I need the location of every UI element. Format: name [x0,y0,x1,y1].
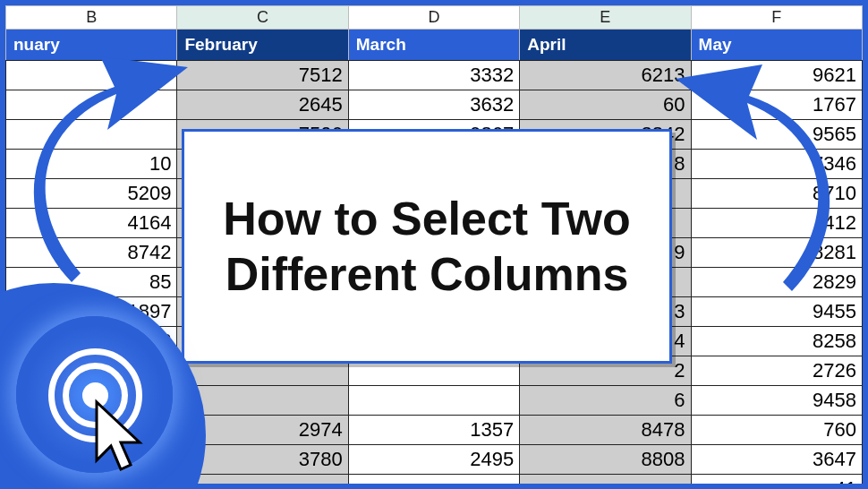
cell[interactable]: 7346 [691,150,862,179]
column-header-C[interactable]: C [177,6,348,30]
cell[interactable]: 412 [691,209,862,238]
cursor-icon [88,398,150,478]
cell[interactable] [348,475,519,485]
column-header-D[interactable]: D [348,6,519,30]
cell[interactable]: 2645 [177,90,348,120]
cell[interactable]: 2726 [691,356,862,386]
cell[interactable]: 3332 [348,61,519,90]
cell[interactable]: 6 [520,386,691,416]
month-header-row: nuaryFebruaryMarchAprilMay [6,30,863,61]
cell[interactable]: 8742 [6,238,177,268]
cell[interactable]: 8258 [691,327,862,356]
month-header[interactable]: February [177,30,348,61]
month-header[interactable]: May [691,30,862,61]
cell[interactable] [348,386,519,416]
cell[interactable]: 9565 [691,120,862,150]
table-row: 6807512333262139621 [6,61,863,90]
cell[interactable]: 9455 [691,297,862,327]
cell[interactable]: 2829 [691,268,862,297]
cell[interactable] [6,120,177,150]
cell[interactable]: 1357 [348,416,519,445]
cell[interactable]: 9621 [691,61,862,90]
cell[interactable]: 8710 [691,179,862,209]
month-header[interactable]: March [348,30,519,61]
cell[interactable]: 4164 [6,209,177,238]
cell[interactable]: 3632 [348,90,519,120]
month-header[interactable]: nuary [6,30,177,61]
cell[interactable]: 8281 [691,238,862,268]
cell[interactable]: 8808 [520,445,691,475]
cell[interactable]: 10 [6,150,177,179]
cell[interactable]: 41 [691,475,862,485]
column-header-E[interactable]: E [520,6,691,30]
column-header-row: BCDEF [6,6,863,30]
cell[interactable]: 5209 [6,179,177,209]
cell[interactable]: 8478 [520,416,691,445]
overlay-title-text: How to Select Two Different Columns [193,191,660,303]
month-header[interactable]: April [520,30,691,61]
table-row: 26453632601767 [6,90,863,120]
column-header-F[interactable]: F [691,6,862,30]
cell[interactable]: 760 [691,416,862,445]
cell[interactable]: 60 [520,90,691,120]
cell[interactable]: 6213 [520,61,691,90]
cell[interactable]: 680 [6,61,177,90]
cell[interactable]: 7512 [177,61,348,90]
cell[interactable]: 2495 [348,445,519,475]
overlay-title-card: How to Select Two Different Columns [182,129,672,364]
cell[interactable]: 1767 [691,90,862,120]
cell[interactable] [520,475,691,485]
column-header-B[interactable]: B [6,6,177,30]
cell[interactable] [177,475,348,485]
cell[interactable] [6,90,177,120]
cell[interactable]: 3647 [691,445,862,475]
cell[interactable]: 9458 [691,386,862,416]
